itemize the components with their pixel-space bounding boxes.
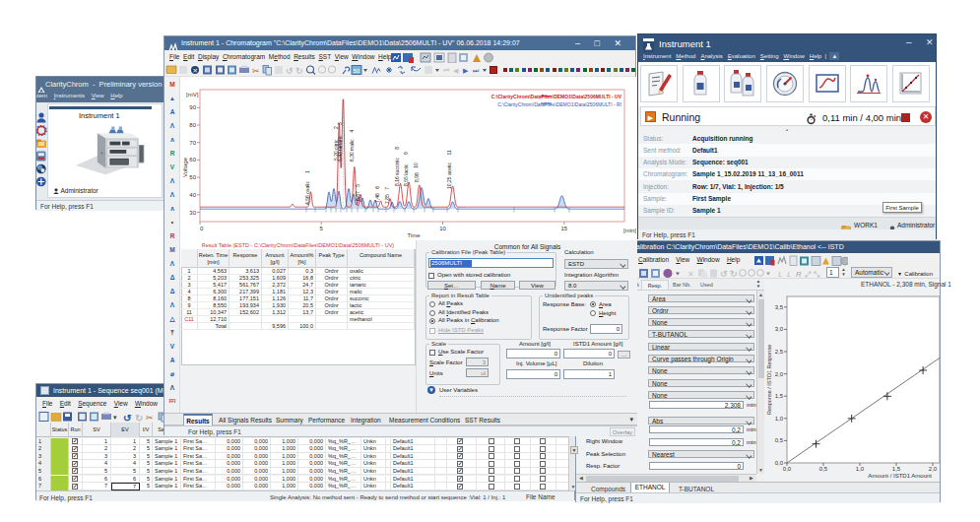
svg-text:[min]: [min] — [623, 228, 636, 233]
svg-text:8,98: 8,98 — [414, 172, 420, 182]
svg-text:0,5: 0,5 — [819, 466, 828, 472]
svg-text:𝐿: 𝐿 — [787, 270, 791, 279]
svg-text:7: 7 — [384, 187, 390, 190]
svg-text:Amount / ISTD1 Amount: Amount / ISTD1 Amount — [868, 473, 932, 479]
svg-text:↻: ↻ — [730, 269, 738, 279]
svg-text:1: 1 — [304, 170, 310, 173]
svg-text:2,5: 2,5 — [775, 349, 784, 355]
svg-text:80: 80 — [189, 122, 196, 128]
svg-text:11: 11 — [446, 150, 452, 155]
svg-text:▾: ▾ — [113, 414, 117, 421]
svg-text:40: 40 — [189, 192, 196, 198]
svg-text:0,0: 0,0 — [783, 466, 792, 472]
svg-text:6: 6 — [374, 186, 380, 189]
svg-text:6,30 malic: 6,30 malic — [349, 139, 355, 162]
svg-text:1,0: 1,0 — [775, 416, 784, 422]
svg-text:↻: ↻ — [135, 413, 143, 424]
svg-text:90: 90 — [189, 104, 196, 110]
svg-text:5: 5 — [355, 184, 360, 187]
svg-text:✕: ✕ — [687, 270, 694, 279]
svg-text:2,0: 2,0 — [775, 371, 784, 377]
svg-text:▶: ▶ — [463, 67, 469, 74]
svg-text:8,55 lactic: 8,55 lactic — [403, 163, 409, 186]
svg-text:⤡: ⤡ — [814, 270, 819, 279]
svg-text:8: 8 — [394, 147, 400, 150]
svg-text:30: 30 — [189, 210, 196, 216]
svg-text:9: 9 — [403, 152, 409, 155]
svg-text:10,25 acetic: 10,25 acetic — [446, 163, 452, 189]
svg-text:1,5: 1,5 — [775, 393, 784, 399]
svg-text:3,5: 3,5 — [775, 304, 784, 310]
svg-text:[mV]: [mV] — [186, 92, 199, 98]
svg-text:4: 4 — [349, 130, 355, 133]
svg-text:𝐿: 𝐿 — [778, 270, 782, 279]
svg-text:7,85: 7,85 — [384, 194, 390, 204]
svg-text:⤢: ⤢ — [805, 270, 811, 279]
svg-text:6,87: 6,87 — [355, 191, 360, 201]
svg-text:Voltage: Voltage — [182, 157, 188, 177]
svg-text:Time: Time — [407, 232, 421, 238]
svg-text:𝑅: 𝑅 — [796, 270, 802, 279]
svg-text:5,43 tartaric: 5,43 tartaric — [337, 135, 343, 162]
svg-text:3,0: 3,0 — [775, 326, 784, 332]
svg-text:15: 15 — [560, 226, 567, 231]
svg-text:1,0: 1,0 — [856, 466, 865, 472]
svg-text:1,5: 1,5 — [892, 466, 901, 472]
svg-text:3: 3 — [337, 122, 343, 125]
svg-text:◀: ◀ — [453, 67, 459, 74]
svg-text:⏭: ⏭ — [473, 67, 479, 74]
svg-text:50: 50 — [354, 68, 360, 74]
svg-text:10: 10 — [414, 163, 420, 168]
svg-text:C:\ClarityChrom\DataFiles\DEMO: C:\ClarityChrom\DataFiles\DEMO1\Data\250… — [491, 94, 622, 99]
svg-text:2,0: 2,0 — [929, 466, 938, 472]
svg-text:⏮: ⏮ — [443, 67, 449, 74]
svg-text:↺: ↺ — [286, 66, 294, 76]
svg-text:50: 50 — [189, 174, 196, 180]
svg-text:↺: ↺ — [123, 413, 132, 424]
svg-text:10: 10 — [439, 226, 446, 231]
svg-text:2: 2 — [333, 126, 339, 129]
svg-text:✕: ✕ — [193, 67, 198, 74]
svg-text:60: 60 — [189, 157, 196, 163]
svg-text:✂: ✂ — [146, 413, 154, 423]
svg-text:4,56 oxalic: 4,56 oxalic — [304, 181, 310, 205]
svg-text:↺: ↺ — [720, 269, 728, 279]
svg-text:✂: ✂ — [252, 66, 260, 76]
svg-text:C:\ClarityChrom\DataFiles\DEMO: C:\ClarityChrom\DataFiles\DEMO1\Data\250… — [497, 101, 621, 107]
svg-text:↻: ↻ — [295, 66, 303, 76]
svg-text:70: 70 — [189, 140, 196, 146]
svg-text:8,16 succinic: 8,16 succinic — [394, 158, 400, 186]
svg-text:7,46: 7,46 — [374, 193, 380, 203]
svg-text:0,5: 0,5 — [775, 437, 784, 443]
